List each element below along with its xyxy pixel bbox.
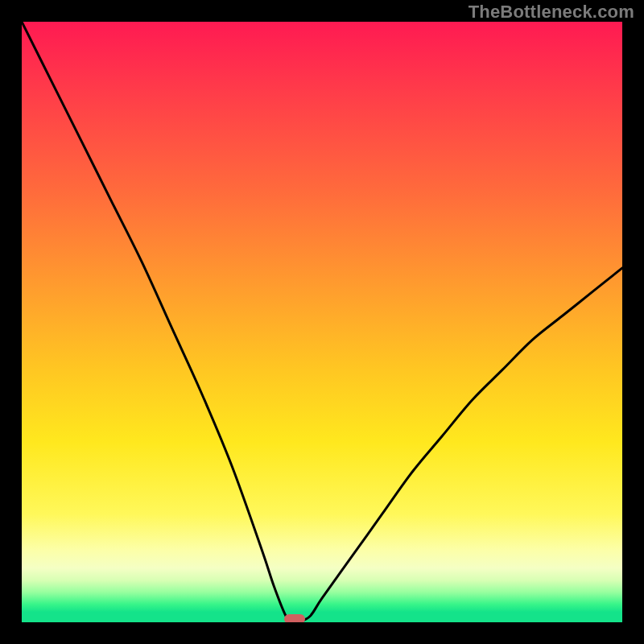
optimum-marker bbox=[284, 614, 305, 622]
plot-area bbox=[22, 22, 622, 622]
watermark-text: TheBottleneck.com bbox=[469, 2, 634, 23]
bottleneck-curve bbox=[22, 22, 622, 622]
chart-frame: TheBottleneck.com bbox=[0, 0, 644, 644]
